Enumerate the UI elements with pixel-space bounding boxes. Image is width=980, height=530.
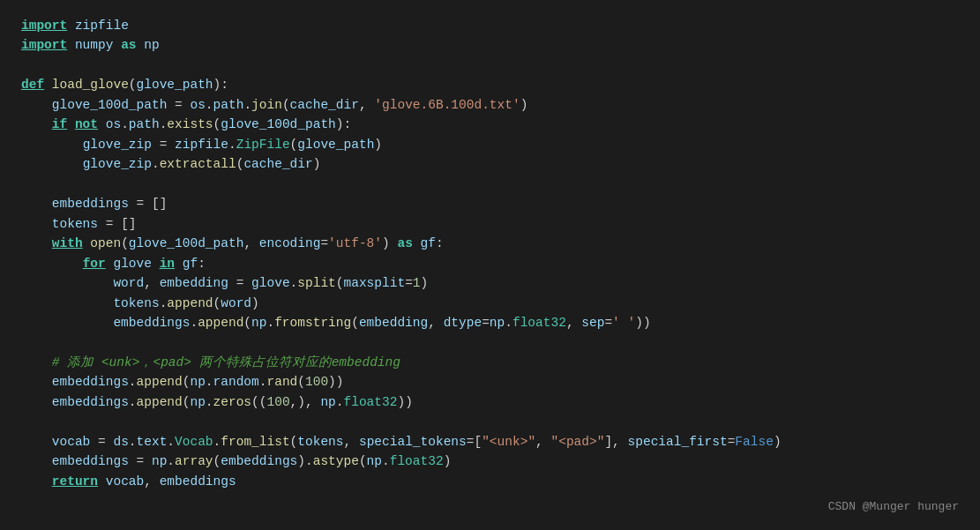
module-path2: path	[129, 115, 160, 134]
module-zipfile2: zipfile	[175, 135, 228, 154]
bool-false: False	[735, 432, 774, 452]
module-np6: np	[152, 452, 167, 471]
blank-line-4	[21, 412, 959, 431]
string-space: ' '	[612, 313, 635, 332]
code-text: =	[167, 95, 190, 115]
string-glove-txt: 'glove.6B.100d.txt'	[374, 95, 520, 115]
indent	[21, 353, 52, 372]
code-text: ))	[328, 372, 343, 392]
indent	[21, 372, 52, 392]
code-line-16: embeddings.append(np.random.rand(100))	[21, 372, 959, 392]
code-text: =	[728, 432, 736, 452]
code-text: )	[774, 432, 782, 452]
method-exists: exists	[167, 115, 213, 134]
var-embedding: embedding	[160, 273, 228, 293]
number-1: 1	[413, 273, 421, 293]
code-line-19: embeddings = np.array(embeddings).astype…	[21, 452, 959, 471]
dtype-float32b: float32	[344, 392, 398, 412]
code-text: (	[290, 432, 298, 452]
code-text: ).	[297, 452, 312, 471]
code-text: .	[167, 432, 175, 452]
var-gf2: gf	[183, 254, 198, 273]
dtype-float32c: float32	[390, 452, 444, 471]
code-text	[83, 234, 91, 253]
code-line-2: import numpy as np	[21, 35, 959, 55]
module-np3: np	[190, 372, 205, 392]
dtype-float32: float32	[512, 313, 566, 332]
blank-line-1	[21, 56, 959, 75]
indent	[21, 234, 52, 253]
code-text: .	[290, 273, 298, 293]
param-glove-path: glove_path	[137, 75, 213, 94]
param-encoding: encoding	[259, 234, 321, 253]
code-text: ):	[336, 115, 351, 134]
code-text: ,	[344, 432, 359, 452]
method-fromstring: fromstring	[274, 313, 351, 332]
var-glove4: glove	[251, 273, 290, 293]
code-line-5: if not os.path.exists(glove_100d_path):	[21, 115, 959, 134]
code-text	[413, 234, 421, 253]
var-embeddings2: embeddings	[113, 313, 190, 332]
module-np: np	[251, 313, 266, 332]
code-line-4: glove_100d_path = os.path.join(cache_dir…	[21, 95, 959, 115]
code-line-8: embeddings = []	[21, 194, 959, 213]
code-text: ,	[144, 273, 159, 293]
code-text: (	[236, 154, 244, 174]
code-text: ,	[144, 472, 159, 491]
code-text: .	[160, 115, 168, 134]
code-line-6: glove_zip = zipfile.ZipFile(glove_path)	[21, 135, 959, 154]
code-text	[113, 35, 121, 55]
code-text: ,	[428, 313, 443, 332]
var-glove-path2: glove_path	[297, 135, 374, 154]
indent	[21, 452, 52, 471]
var-tokens: tokens	[52, 214, 98, 234]
code-text: .	[228, 135, 236, 154]
code-text	[106, 254, 114, 273]
keyword-as: as	[121, 35, 136, 55]
code-text: (	[351, 313, 359, 332]
code-text: =	[320, 234, 328, 253]
code-text: =	[90, 432, 113, 452]
blank-line-2	[21, 175, 959, 194]
var-vocab2: vocab	[106, 472, 145, 491]
keyword-for: for	[83, 254, 106, 273]
code-text: ):	[213, 75, 228, 94]
var-embeddings3: embeddings	[52, 372, 129, 392]
code-text: (	[359, 452, 367, 471]
keyword-in: in	[160, 254, 175, 273]
code-line-14: embeddings.append(np.fromstring(embeddin…	[21, 313, 959, 332]
var-embeddings4: embeddings	[52, 392, 129, 412]
indent3	[21, 313, 113, 332]
code-text	[137, 35, 145, 55]
code-text	[175, 254, 183, 273]
method-array: array	[175, 452, 213, 471]
var-tokens3: tokens	[297, 432, 343, 452]
var-glove100d: glove_100d_path	[52, 95, 168, 115]
code-text	[67, 115, 75, 134]
keyword-import: import	[21, 16, 67, 35]
code-text: ],	[604, 432, 627, 452]
module-np7: np	[367, 452, 382, 471]
var-gf: gf	[421, 234, 436, 253]
code-text: .	[160, 294, 168, 313]
module-numpy: numpy	[75, 35, 114, 55]
code-text: .	[206, 392, 213, 412]
code-text: .	[505, 313, 512, 332]
code-text: (	[282, 95, 290, 115]
code-text: (	[290, 135, 298, 154]
code-line-13: tokens.append(word)	[21, 294, 959, 313]
code-text: (	[129, 75, 137, 94]
code-line-17: embeddings.append(np.zeros((100,), np.fl…	[21, 392, 959, 412]
var-glove3: glove	[113, 254, 152, 273]
code-line-11: for glove in gf:	[21, 254, 959, 273]
code-line-3: def load_glove(glove_path):	[21, 75, 959, 94]
module-ds: ds	[113, 432, 128, 452]
code-text	[67, 35, 75, 55]
indent2	[21, 135, 83, 154]
code-text	[98, 472, 106, 491]
code-text: (	[243, 313, 251, 332]
code-text: .	[129, 392, 137, 412]
keyword-return: return	[52, 472, 98, 491]
method-append: append	[167, 294, 213, 313]
code-text: =[	[467, 432, 482, 452]
